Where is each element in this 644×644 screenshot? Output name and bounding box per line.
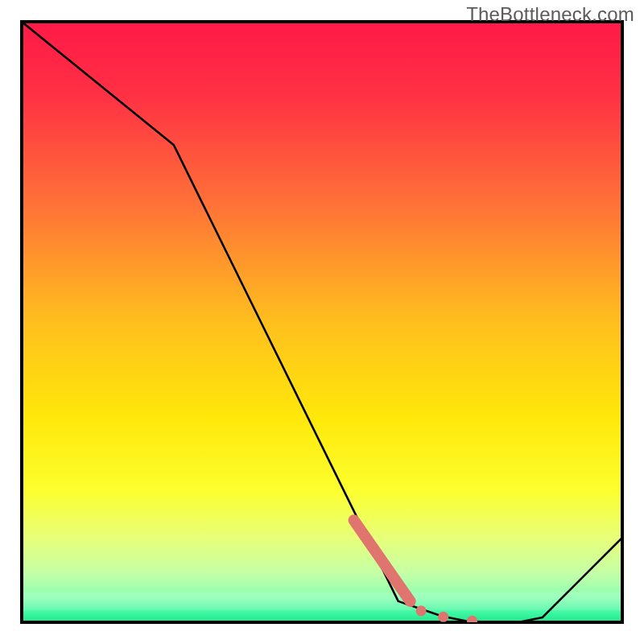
highlight-dot: [416, 605, 427, 616]
plot-background: [22, 22, 622, 622]
highlight-dot: [438, 612, 448, 622]
highlight-dot: [467, 616, 477, 626]
chart-stage: TheBottleneck.com: [0, 0, 644, 644]
highlight-band: [22, 592, 622, 610]
attribution-label: TheBottleneck.com: [466, 3, 634, 26]
bottleneck-curve-chart: [0, 0, 644, 644]
